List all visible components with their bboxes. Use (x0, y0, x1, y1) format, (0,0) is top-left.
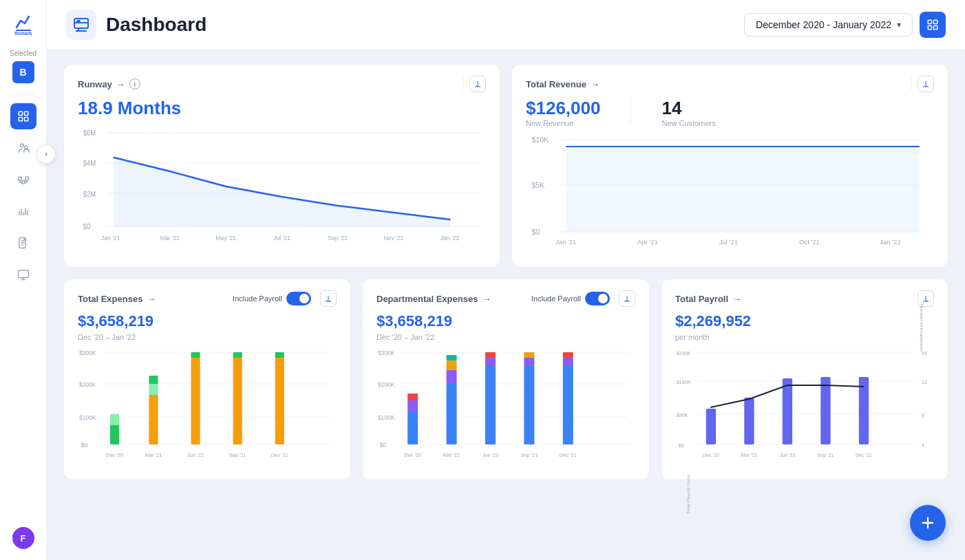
svg-text:$6M: $6M (83, 129, 96, 137)
svg-text:12: 12 (922, 379, 927, 385)
new-customers-label: New Customers (661, 119, 715, 127)
svg-text:$2M: $2M (83, 191, 96, 198)
svg-text:Jan '21: Jan '21 (101, 235, 120, 241)
svg-rect-16 (934, 20, 937, 23)
payroll-value: $2,269,952 (675, 312, 934, 330)
expenses-payroll-toggle[interactable] (286, 292, 311, 305)
sidebar-divider (11, 94, 36, 95)
svg-text:8: 8 (922, 412, 924, 418)
svg-text:Dec '20: Dec '20 (106, 452, 123, 458)
svg-rect-79 (407, 400, 418, 411)
dept-download-button[interactable] (619, 290, 635, 307)
revenue-arrow-icon: → (591, 79, 600, 89)
svg-text:$100K: $100K (79, 414, 96, 421)
runway-arrow-icon: → (116, 79, 125, 89)
svg-text:Dec '21: Dec '21 (560, 452, 577, 458)
svg-rect-3 (24, 111, 28, 115)
departmental-expenses-card: Departmental Expenses → Include Payroll (362, 279, 650, 480)
svg-text:Total Payroll Costs: Total Payroll Costs (686, 473, 692, 514)
revenue-card-title: Total Revenue → (526, 79, 600, 89)
svg-text:$300K: $300K (378, 349, 395, 356)
svg-rect-92 (563, 358, 573, 366)
total-revenue-card: Total Revenue → $126,000 (511, 64, 948, 268)
svg-text:Sep '21: Sep '21 (328, 235, 348, 241)
svg-rect-80 (407, 394, 418, 400)
svg-text:finmark: finmark (14, 31, 32, 36)
svg-text:Dec '20: Dec '20 (703, 452, 719, 458)
runway-info-icon[interactable]: i (129, 78, 140, 89)
svg-rect-59 (191, 358, 200, 444)
revenue-chart: $10K $5K $0 Jan '21 Apr '21 Jul '21 O (526, 133, 934, 256)
bottom-cards-row: Total Expenses → Include Payroll (63, 279, 948, 480)
svg-text:Jan '21: Jan '21 (555, 239, 576, 246)
svg-rect-62 (233, 352, 242, 358)
dept-payroll-toggle[interactable] (585, 292, 610, 305)
dept-expenses-value: $3,658,219 (377, 312, 635, 330)
svg-rect-90 (524, 352, 534, 358)
svg-rect-78 (407, 411, 418, 444)
payroll-divider (913, 292, 913, 305)
runway-card-header: Runway → i (78, 76, 486, 92)
svg-text:Sep '21: Sep '21 (520, 452, 538, 458)
expenses-download-button[interactable] (320, 290, 337, 307)
svg-text:Jun '21: Jun '21 (187, 452, 204, 458)
svg-rect-88 (524, 366, 534, 444)
svg-rect-12 (18, 270, 28, 278)
fab-button[interactable] (910, 505, 946, 541)
svg-text:Number of Employees: Number of Employees (919, 304, 924, 352)
expenses-arrow-icon: → (147, 294, 156, 304)
sidebar-item-dashboard[interactable] (10, 103, 36, 129)
svg-rect-82 (447, 370, 457, 384)
svg-rect-112 (744, 398, 754, 444)
svg-text:Apr '21: Apr '21 (637, 239, 658, 246)
runway-chart: $6M $4M $2M $0 Jan '21 (78, 125, 486, 248)
total-expenses-card: Total Expenses → Include Payroll (63, 279, 351, 480)
svg-text:Dec '21: Dec '21 (271, 452, 288, 458)
svg-text:$4M: $4M (83, 160, 96, 167)
sidebar-item-reports[interactable] (10, 230, 36, 256)
runway-divider (463, 78, 464, 90)
runway-card-actions (463, 76, 486, 92)
svg-text:Jul '21: Jul '21 (719, 239, 738, 246)
date-range-button[interactable]: December 2020 - January 2022 ▾ (744, 13, 913, 36)
payroll-per-label: per month (675, 333, 934, 341)
app-logo: finmark (11, 11, 36, 36)
svg-point-7 (24, 146, 28, 149)
sidebar-expand-button[interactable]: › (36, 144, 56, 164)
svg-text:$200K: $200K (378, 381, 395, 388)
svg-point-6 (20, 144, 23, 147)
sidebar-item-integrations[interactable] (10, 166, 36, 193)
svg-text:Jun '21: Jun '21 (780, 452, 796, 458)
page-title: Dashboard (106, 14, 206, 36)
svg-text:$200K: $200K (79, 381, 96, 388)
svg-text:$10K: $10K (531, 136, 549, 144)
svg-rect-93 (563, 352, 573, 358)
svg-text:4: 4 (922, 442, 924, 449)
svg-text:Jan '22: Jan '22 (441, 235, 460, 241)
svg-text:Dec '20: Dec '20 (404, 452, 421, 458)
header: Dashboard December 2020 - January 2022 ▾ (47, 0, 965, 50)
svg-rect-84 (447, 355, 457, 360)
total-payroll-card: Total Payroll → $2,269,952 per month (661, 279, 948, 480)
sidebar: finmark Selected B (0, 0, 47, 560)
sidebar-badge[interactable]: B (12, 61, 34, 83)
svg-text:$5K: $5K (531, 182, 544, 189)
dept-expenses-arrow-icon: → (482, 294, 491, 304)
sidebar-item-team[interactable] (10, 135, 36, 161)
svg-rect-114 (820, 377, 830, 444)
new-customers-metric: 14 New Customers (661, 98, 715, 127)
avatar[interactable]: F (12, 527, 34, 549)
svg-text:Mar '21: Mar '21 (145, 452, 162, 458)
payroll-arrow-icon: → (732, 294, 741, 304)
svg-rect-55 (110, 414, 119, 425)
main-content: Dashboard December 2020 - January 2022 ▾… (47, 0, 965, 560)
svg-text:Mar '21: Mar '21 (160, 235, 180, 241)
svg-text:$80K: $80K (677, 412, 688, 418)
expenses-divider (315, 292, 316, 305)
sidebar-item-charts[interactable] (10, 198, 36, 224)
sidebar-item-display[interactable] (10, 261, 36, 288)
grid-toggle-button[interactable] (920, 12, 946, 38)
svg-rect-58 (149, 376, 158, 384)
runway-download-button[interactable] (469, 76, 486, 92)
revenue-download-button[interactable] (918, 76, 934, 92)
